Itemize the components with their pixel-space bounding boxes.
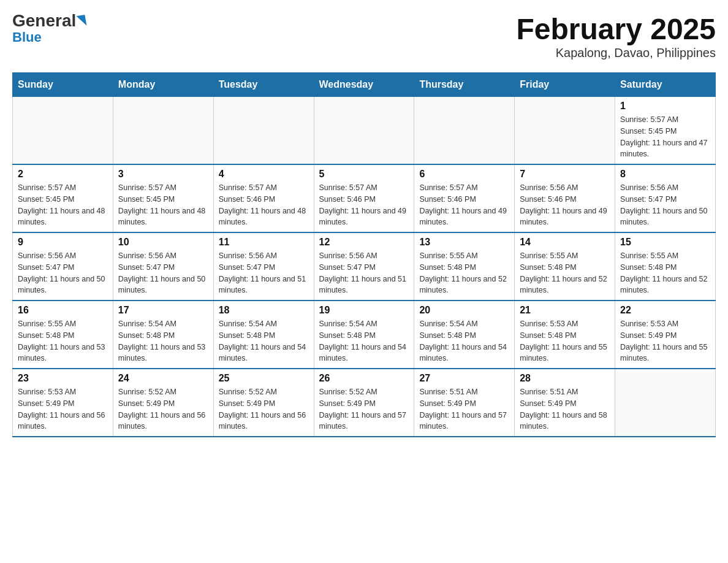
day-info: Sunrise: 5:56 AMSunset: 5:47 PMDaylight:…: [18, 250, 108, 296]
calendar-cell: 5Sunrise: 5:57 AMSunset: 5:46 PMDaylight…: [314, 164, 414, 232]
day-number: 10: [118, 237, 208, 248]
day-number: 26: [319, 373, 409, 384]
day-info: Sunrise: 5:57 AMSunset: 5:45 PMDaylight:…: [18, 182, 108, 228]
col-saturday: Saturday: [615, 73, 716, 97]
day-info: Sunrise: 5:56 AMSunset: 5:46 PMDaylight:…: [520, 182, 610, 228]
logo-general: General: [12, 12, 76, 29]
day-info: Sunrise: 5:57 AMSunset: 5:45 PMDaylight:…: [620, 114, 710, 160]
day-info: Sunrise: 5:56 AMSunset: 5:47 PMDaylight:…: [219, 250, 309, 296]
day-number: 4: [219, 169, 309, 180]
calendar-subtitle: Kapalong, Davao, Philippines: [516, 46, 716, 60]
day-number: 28: [520, 373, 610, 384]
day-info: Sunrise: 5:51 AMSunset: 5:49 PMDaylight:…: [419, 386, 509, 432]
day-number: 13: [419, 237, 509, 248]
calendar-cell: 17Sunrise: 5:54 AMSunset: 5:48 PMDayligh…: [113, 301, 213, 369]
day-number: 2: [18, 169, 108, 180]
calendar-cell: 18Sunrise: 5:54 AMSunset: 5:48 PMDayligh…: [213, 301, 314, 369]
day-number: 7: [520, 169, 610, 180]
calendar-cell: 27Sunrise: 5:51 AMSunset: 5:49 PMDayligh…: [414, 369, 515, 437]
calendar-header: Sunday Monday Tuesday Wednesday Thursday…: [13, 73, 716, 97]
calendar-cell: 21Sunrise: 5:53 AMSunset: 5:48 PMDayligh…: [515, 301, 615, 369]
calendar-week-row: 2Sunrise: 5:57 AMSunset: 5:45 PMDaylight…: [13, 164, 716, 232]
day-number: 22: [620, 305, 710, 316]
calendar-cell: 25Sunrise: 5:52 AMSunset: 5:49 PMDayligh…: [213, 369, 314, 437]
logo: General Blue: [12, 12, 86, 45]
day-number: 11: [219, 237, 309, 248]
day-number: 15: [620, 237, 710, 248]
day-number: 8: [620, 169, 710, 180]
calendar-cell: 22Sunrise: 5:53 AMSunset: 5:49 PMDayligh…: [615, 301, 716, 369]
col-tuesday: Tuesday: [213, 73, 314, 97]
day-info: Sunrise: 5:53 AMSunset: 5:48 PMDaylight:…: [520, 318, 610, 364]
day-info: Sunrise: 5:57 AMSunset: 5:46 PMDaylight:…: [319, 182, 409, 228]
calendar-week-row: 23Sunrise: 5:53 AMSunset: 5:49 PMDayligh…: [13, 369, 716, 437]
col-wednesday: Wednesday: [314, 73, 414, 97]
logo-arrow-icon: [77, 15, 87, 27]
day-number: 21: [520, 305, 610, 316]
day-info: Sunrise: 5:53 AMSunset: 5:49 PMDaylight:…: [620, 318, 710, 364]
calendar-cell: 10Sunrise: 5:56 AMSunset: 5:47 PMDayligh…: [113, 232, 213, 301]
day-number: 5: [319, 169, 409, 180]
days-of-week-row: Sunday Monday Tuesday Wednesday Thursday…: [13, 73, 716, 97]
col-monday: Monday: [113, 73, 213, 97]
day-info: Sunrise: 5:57 AMSunset: 5:46 PMDaylight:…: [419, 182, 509, 228]
day-info: Sunrise: 5:52 AMSunset: 5:49 PMDaylight:…: [319, 386, 409, 432]
calendar-cell: 20Sunrise: 5:54 AMSunset: 5:48 PMDayligh…: [414, 301, 515, 369]
day-info: Sunrise: 5:55 AMSunset: 5:48 PMDaylight:…: [18, 318, 108, 364]
col-friday: Friday: [515, 73, 615, 97]
calendar-cell: 13Sunrise: 5:55 AMSunset: 5:48 PMDayligh…: [414, 232, 515, 301]
day-info: Sunrise: 5:54 AMSunset: 5:48 PMDaylight:…: [219, 318, 309, 364]
day-number: 25: [219, 373, 309, 384]
calendar-cell: [113, 97, 213, 165]
calendar-cell: [314, 97, 414, 165]
logo-blue: Blue: [12, 29, 42, 45]
day-info: Sunrise: 5:52 AMSunset: 5:49 PMDaylight:…: [219, 386, 309, 432]
calendar-cell: 9Sunrise: 5:56 AMSunset: 5:47 PMDaylight…: [13, 232, 113, 301]
day-number: 14: [520, 237, 610, 248]
day-info: Sunrise: 5:56 AMSunset: 5:47 PMDaylight:…: [118, 250, 208, 296]
calendar-cell: [213, 97, 314, 165]
calendar-cell: 28Sunrise: 5:51 AMSunset: 5:49 PMDayligh…: [515, 369, 615, 437]
calendar-title: February 2025: [516, 12, 716, 46]
day-info: Sunrise: 5:56 AMSunset: 5:47 PMDaylight:…: [319, 250, 409, 296]
page-header: General Blue February 2025 Kapalong, Dav…: [12, 12, 716, 60]
day-info: Sunrise: 5:51 AMSunset: 5:49 PMDaylight:…: [520, 386, 610, 432]
day-number: 23: [18, 373, 108, 384]
day-info: Sunrise: 5:54 AMSunset: 5:48 PMDaylight:…: [419, 318, 509, 364]
calendar-cell: 12Sunrise: 5:56 AMSunset: 5:47 PMDayligh…: [314, 232, 414, 301]
day-number: 16: [18, 305, 108, 316]
calendar-cell: 19Sunrise: 5:54 AMSunset: 5:48 PMDayligh…: [314, 301, 414, 369]
calendar-body: 1Sunrise: 5:57 AMSunset: 5:45 PMDaylight…: [13, 97, 716, 437]
calendar-cell: [615, 369, 716, 437]
day-info: Sunrise: 5:55 AMSunset: 5:48 PMDaylight:…: [520, 250, 610, 296]
calendar-cell: 23Sunrise: 5:53 AMSunset: 5:49 PMDayligh…: [13, 369, 113, 437]
calendar-cell: 24Sunrise: 5:52 AMSunset: 5:49 PMDayligh…: [113, 369, 213, 437]
calendar-cell: 7Sunrise: 5:56 AMSunset: 5:46 PMDaylight…: [515, 164, 615, 232]
calendar-cell: [414, 97, 515, 165]
calendar-cell: 15Sunrise: 5:55 AMSunset: 5:48 PMDayligh…: [615, 232, 716, 301]
day-number: 20: [419, 305, 509, 316]
day-number: 12: [319, 237, 409, 248]
day-number: 24: [118, 373, 208, 384]
day-info: Sunrise: 5:57 AMSunset: 5:45 PMDaylight:…: [118, 182, 208, 228]
day-info: Sunrise: 5:55 AMSunset: 5:48 PMDaylight:…: [419, 250, 509, 296]
calendar-cell: 14Sunrise: 5:55 AMSunset: 5:48 PMDayligh…: [515, 232, 615, 301]
calendar-table: Sunday Monday Tuesday Wednesday Thursday…: [12, 72, 716, 437]
day-number: 19: [319, 305, 409, 316]
calendar-week-row: 9Sunrise: 5:56 AMSunset: 5:47 PMDaylight…: [13, 232, 716, 301]
calendar-week-row: 1Sunrise: 5:57 AMSunset: 5:45 PMDaylight…: [13, 97, 716, 165]
calendar-cell: 8Sunrise: 5:56 AMSunset: 5:47 PMDaylight…: [615, 164, 716, 232]
col-sunday: Sunday: [13, 73, 113, 97]
day-number: 27: [419, 373, 509, 384]
day-number: 1: [620, 101, 710, 112]
day-info: Sunrise: 5:55 AMSunset: 5:48 PMDaylight:…: [620, 250, 710, 296]
calendar-cell: 2Sunrise: 5:57 AMSunset: 5:45 PMDaylight…: [13, 164, 113, 232]
day-info: Sunrise: 5:57 AMSunset: 5:46 PMDaylight:…: [219, 182, 309, 228]
day-info: Sunrise: 5:52 AMSunset: 5:49 PMDaylight:…: [118, 386, 208, 432]
calendar-cell: 1Sunrise: 5:57 AMSunset: 5:45 PMDaylight…: [615, 97, 716, 165]
day-info: Sunrise: 5:53 AMSunset: 5:49 PMDaylight:…: [18, 386, 108, 432]
calendar-cell: [515, 97, 615, 165]
calendar-cell: 4Sunrise: 5:57 AMSunset: 5:46 PMDaylight…: [213, 164, 314, 232]
calendar-cell: 16Sunrise: 5:55 AMSunset: 5:48 PMDayligh…: [13, 301, 113, 369]
calendar-cell: [13, 97, 113, 165]
